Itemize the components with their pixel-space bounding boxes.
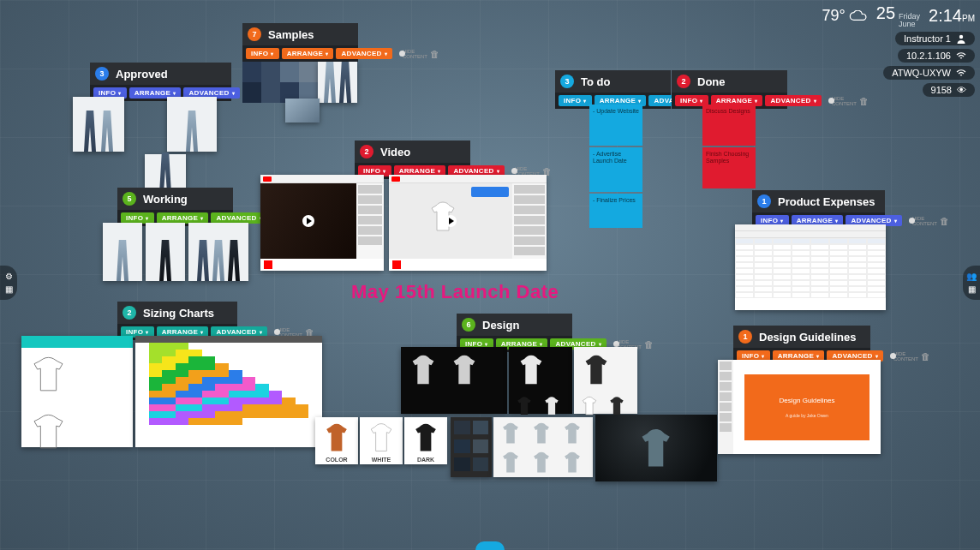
done-card-2[interactable]: Finish Choosing Samples <box>702 147 756 188</box>
panel-title: Approved <box>116 68 226 81</box>
panel-badge: 3 <box>95 67 109 81</box>
panel-title: Samples <box>268 28 353 41</box>
trash-icon[interactable]: 🗑 <box>921 351 930 362</box>
trash-icon[interactable]: 🗑 <box>940 216 949 226</box>
info-button[interactable]: INFO▾ <box>559 95 592 106</box>
status-bar: 79° 25 Friday June 2:14PM Instructor 1 1… <box>822 3 975 97</box>
grid-icon: ▦ <box>5 284 13 294</box>
panel-sizing[interactable]: 2 Sizing Charts INFO▾ ARRANGE▾ ADVANCED▾… <box>117 302 237 340</box>
panel-title: Design <box>482 319 567 332</box>
todo-card-3[interactable]: - Finalize Prices <box>589 194 642 228</box>
people-icon: 👥 <box>966 272 977 281</box>
gear-icon: ⚙ <box>5 272 13 281</box>
panel-guidelines[interactable]: 1 Design Guidelines INFO▾ ARRANGE▾ ADVAN… <box>733 326 870 364</box>
panel-toolbar: INFO▾ ARRANGE▾ ADVANCED▾ HIDE CONTENT 🗑 <box>242 45 358 62</box>
trash-icon[interactable]: 🗑 <box>644 339 654 350</box>
cloud-icon <box>849 10 868 22</box>
design-panel-black[interactable] <box>509 347 572 414</box>
video-thumb-2[interactable] <box>389 175 547 271</box>
design-panel-white[interactable] <box>574 347 637 414</box>
sample-image-extra[interactable] <box>285 99 320 123</box>
person-icon <box>956 33 966 44</box>
advanced-button[interactable]: ADVANCED▾ <box>336 48 391 59</box>
slides-thumb[interactable]: Design Guidelines A guide by Jake Owen <box>718 360 881 454</box>
svg-point-0 <box>959 35 963 39</box>
room-code-pill[interactable]: ATWQ-UXYW <box>883 66 975 80</box>
panel-badge: 5 <box>122 192 136 206</box>
panel-todo[interactable]: 3 To do INFO▾ ARRANGE▾ ADVANCED▾ HIDE CO… <box>555 70 671 109</box>
youtube-icon <box>263 176 272 182</box>
panel-badge: 2 <box>677 75 690 88</box>
video-thumb-1[interactable] <box>260 175 384 271</box>
fabric-swatches[interactable] <box>451 417 492 477</box>
panel-title: Working <box>143 193 228 206</box>
date: 25 Friday June <box>876 3 920 28</box>
clock: 2:14PM <box>929 6 975 26</box>
arrange-button[interactable]: ARRANGE▾ <box>282 48 334 59</box>
panel-working[interactable]: 5 Working INFO▾ ARRANGE▾ ADVANCED▾ HIDE … <box>117 188 233 226</box>
done-card-1[interactable]: Discuss Designs <box>702 105 756 146</box>
panel-title: Design Guidelines <box>759 331 865 344</box>
tee-card-dark[interactable]: DARK <box>404 417 447 464</box>
info-button[interactable]: INFO▾ <box>246 48 279 59</box>
sample-swatches <box>242 62 358 103</box>
slide-title: Design Guidelines <box>780 397 835 404</box>
panel-samples[interactable]: 7 Samples INFO▾ ARRANGE▾ ADVANCED▾ HIDE … <box>242 23 358 103</box>
panel-badge: 3 <box>560 75 574 88</box>
panel-video[interactable]: 2 Video INFO▾ ARRANGE▾ ADVANCED▾ HIDE CO… <box>355 140 470 179</box>
todo-card-1[interactable]: - Update Website <box>589 105 642 146</box>
panel-badge: 7 <box>248 27 261 41</box>
working-image-2[interactable] <box>146 223 185 281</box>
panel-badge: 2 <box>122 306 136 320</box>
counter-pill[interactable]: 9158 👁 <box>923 83 975 97</box>
tee-card-white[interactable]: WHITE <box>360 417 403 464</box>
todo-card-2[interactable]: - Advertise Launch Date <box>589 147 642 192</box>
grid-icon: ▦ <box>968 284 976 294</box>
panel-done[interactable]: 2 Done INFO▾ ARRANGE▾ ADVANCED▾ HIDE CON… <box>672 70 787 109</box>
bottom-drawer-handle[interactable] <box>475 541 505 550</box>
wifi-icon <box>956 51 966 61</box>
launch-date-text: May 15th Launch Date <box>351 281 559 303</box>
panel-title: Product Expenses <box>778 195 880 208</box>
tee-card-color[interactable]: COLOR <box>315 417 358 464</box>
user-pill[interactable]: Instructor 1 <box>895 32 975 45</box>
panel-approved[interactable]: 3 Approved INFO▾ ARRANGE▾ ADVANCED▾ HIDE… <box>90 63 231 101</box>
spreadsheet-thumb[interactable] <box>735 224 886 310</box>
panel-title: Video <box>380 146 465 158</box>
working-image-1[interactable] <box>103 223 142 281</box>
panel-badge: 6 <box>462 318 475 332</box>
weather: 79° <box>822 7 868 25</box>
wifi-icon <box>956 68 966 78</box>
panel-title: To do <box>581 75 666 88</box>
eye-icon: 👁 <box>957 85 966 95</box>
play-icon <box>302 215 314 227</box>
panel-badge: 1 <box>757 194 771 208</box>
design-panel-gray[interactable] <box>401 347 507 414</box>
ip-pill[interactable]: 10.2.1.106 <box>898 49 975 63</box>
panel-expenses[interactable]: 1 Product Expenses INFO▾ ARRANGE▾ ADVANC… <box>752 190 885 229</box>
panel-badge: 2 <box>360 145 373 158</box>
panel-title: Done <box>697 75 782 88</box>
panel-badge: 1 <box>738 330 752 344</box>
right-drawer-handle[interactable]: 👥▦ <box>963 266 980 300</box>
play-icon <box>445 215 457 227</box>
working-image-3[interactable] <box>188 223 248 281</box>
left-drawer-handle[interactable]: ⚙▦ <box>0 266 17 300</box>
sizing-table[interactable] <box>135 336 322 447</box>
temperature: 79° <box>822 7 846 25</box>
tee-lineup[interactable] <box>493 417 593 477</box>
approved-image-2[interactable] <box>167 97 217 152</box>
youtube-icon <box>391 176 400 182</box>
tee-3d-render[interactable] <box>595 415 717 481</box>
trash-icon[interactable]: 🗑 <box>430 49 439 59</box>
sizing-diagram[interactable] <box>21 336 133 447</box>
advanced-button[interactable]: ADVANCED▾ <box>765 95 821 106</box>
approved-image-1[interactable] <box>73 97 124 152</box>
trash-icon[interactable]: 🗑 <box>859 96 869 106</box>
slide-subtitle: A guide by Jake Owen <box>786 413 828 418</box>
panel-title: Sizing Charts <box>143 307 232 320</box>
